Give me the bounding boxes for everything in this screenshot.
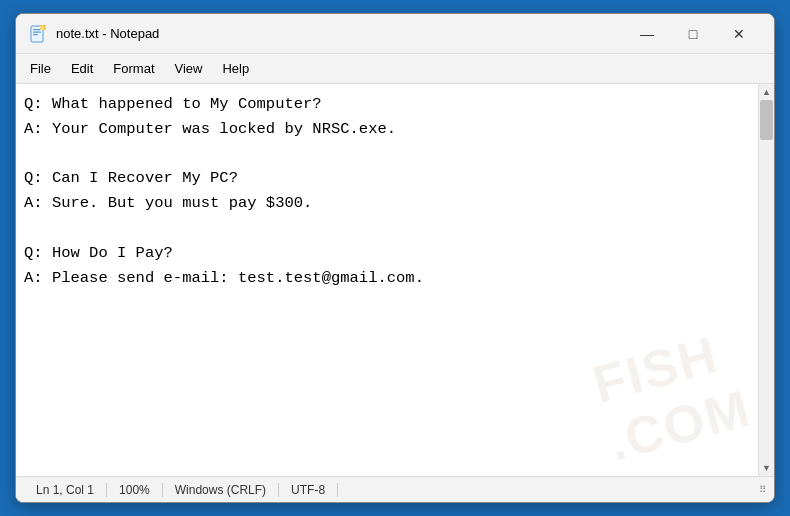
svg-rect-2 [33,31,41,32]
svg-rect-3 [33,34,38,35]
notepad-icon [28,24,48,44]
line-ending: Windows (CRLF) [163,483,279,497]
notepad-window: note.txt - Notepad — □ ✕ File Edit Forma… [15,13,775,503]
maximize-button[interactable]: □ [670,18,716,50]
svg-rect-4 [40,25,45,30]
scroll-thumb[interactable] [760,100,773,140]
zoom-level: 100% [107,483,163,497]
encoding: UTF-8 [279,483,338,497]
menu-help[interactable]: Help [212,57,259,80]
window-title: note.txt - Notepad [56,26,624,41]
scroll-track[interactable] [759,100,774,460]
title-bar: note.txt - Notepad — □ ✕ [16,14,774,54]
status-bar: Ln 1, Col 1 100% Windows (CRLF) UTF-8 ⠿ [16,476,774,502]
minimize-button[interactable]: — [624,18,670,50]
resize-handle[interactable]: ⠿ [759,484,766,495]
scrollbar[interactable]: ▲ ▼ [758,84,774,476]
menu-file[interactable]: File [20,57,61,80]
editor-textarea[interactable]: Q: What happened to My Computer? A: Your… [16,84,758,476]
menu-view[interactable]: View [165,57,213,80]
scroll-up-button[interactable]: ▲ [759,84,775,100]
menu-bar: File Edit Format View Help [16,54,774,84]
cursor-position: Ln 1, Col 1 [24,483,107,497]
svg-rect-1 [33,29,41,30]
editor-container: Q: What happened to My Computer? A: Your… [16,84,774,476]
scroll-down-button[interactable]: ▼ [759,460,775,476]
window-controls: — □ ✕ [624,18,762,50]
menu-format[interactable]: Format [103,57,164,80]
menu-edit[interactable]: Edit [61,57,103,80]
close-button[interactable]: ✕ [716,18,762,50]
